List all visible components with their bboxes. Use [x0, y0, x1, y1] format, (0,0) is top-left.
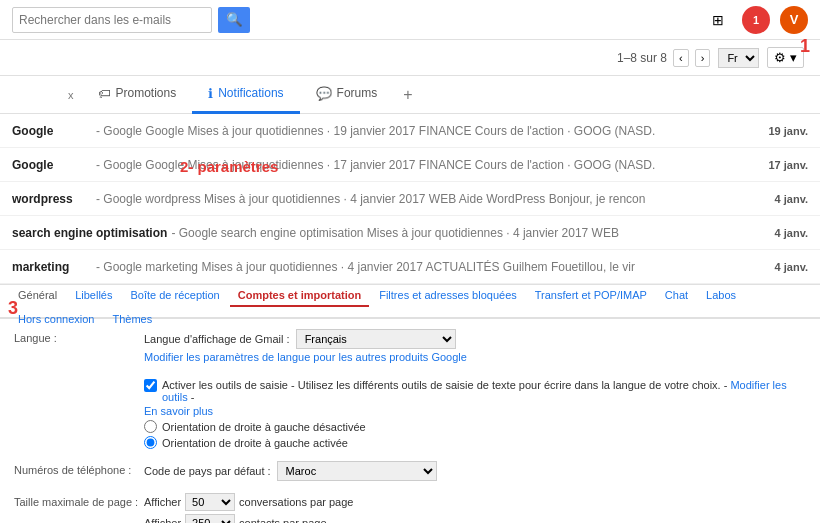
toolbar: 1–8 sur 8 ‹ › Fr ⚙ ▾ — [0, 40, 820, 76]
radio-activee-input[interactable] — [144, 436, 157, 449]
phone-select-label: Code de pays par défaut : — [144, 465, 271, 477]
email-subject: - Google search engine optimisation Mise… — [171, 226, 758, 240]
radio-desactivee-label: Orientation de droite à gauche désactivé… — [162, 421, 366, 433]
radio-activee: Orientation de droite à gauche activée — [144, 436, 806, 449]
settings-tab-boîte-de-réception[interactable]: Boîte de réception — [122, 285, 227, 307]
settings-row-langue: Langue : Langue d'affichage de Gmail : F… — [14, 329, 806, 363]
tabs-row: x 🏷 Promotions ℹ Notifications 💬 Forums … — [0, 76, 820, 114]
contacts-prefix: Afficher — [144, 517, 181, 523]
settings-row-pagesize: Taille maximale de page : Afficher 50 25… — [14, 493, 806, 523]
en-savoir-link[interactable]: En savoir plus — [144, 405, 806, 417]
settings-section: GénéralLibellésBoîte de réceptionComptes… — [0, 285, 820, 523]
settings-tab-chat[interactable]: Chat — [657, 285, 696, 307]
forums-icon: 💬 — [316, 86, 332, 101]
langue-select[interactable]: Français — [296, 329, 456, 349]
tab-notifications[interactable]: ℹ Notifications — [192, 76, 299, 114]
notifications-label: Notifications — [218, 86, 283, 100]
settings-tab-hors-connexion[interactable]: Hors connexion — [10, 309, 102, 331]
contacts-suffix: contacts par page — [239, 517, 326, 523]
langue-value: Langue d'affichage de Gmail : Français M… — [144, 329, 806, 363]
modifier-outils-link[interactable]: Modifier les outils — [162, 379, 787, 403]
email-date: 4 janv. — [758, 261, 808, 273]
saisie-checkbox[interactable] — [144, 379, 157, 392]
settings-tabs: GénéralLibellésBoîte de réceptionComptes… — [0, 285, 820, 319]
tab-forums[interactable]: 💬 Forums — [300, 76, 394, 114]
email-row[interactable]: search engine optimisation - Google sear… — [0, 216, 820, 250]
langue-label: Langue : — [14, 329, 144, 344]
settings-gear-button[interactable]: ⚙ ▾ — [767, 47, 804, 68]
tab-promotions[interactable]: 🏷 Promotions — [82, 76, 193, 114]
add-tab-button[interactable]: + — [397, 86, 418, 104]
conv-prefix: Afficher — [144, 496, 181, 508]
promotions-icon: 🏷 — [98, 86, 111, 101]
page-info: 1–8 sur 8 — [617, 51, 667, 65]
notifications-icon: ℹ — [208, 86, 213, 101]
promotions-label: Promotions — [116, 86, 177, 100]
search-icon: 🔍 — [226, 12, 243, 27]
conv-suffix: conversations par page — [239, 496, 353, 508]
next-page-button[interactable]: › — [695, 49, 711, 67]
email-sender: Google — [12, 158, 92, 172]
annotation-1: 1 — [800, 36, 810, 57]
saisie-value: Activer les outils de saisie - Utilisez … — [144, 375, 806, 449]
settings-tab-filtres-et-adresses-bloquées[interactable]: Filtres et adresses bloquées — [371, 285, 525, 307]
conv-count-select[interactable]: 50 25 100 — [185, 493, 235, 511]
pagesize-value: Afficher 50 25 100 conversations par pag… — [144, 493, 806, 523]
email-date: 17 janv. — [758, 159, 808, 171]
email-date: 4 janv. — [758, 193, 808, 205]
settings-row-saisie: Activer les outils de saisie - Utilisez … — [14, 375, 806, 449]
radio-desactivee: Orientation de droite à gauche désactivé… — [144, 420, 806, 433]
email-sender: Google — [12, 124, 92, 138]
email-subject: - Google marketing Mises à jour quotidie… — [96, 260, 758, 274]
email-list: Google - Google Google Mises à jour quot… — [0, 114, 820, 285]
langue-link[interactable]: Modifier les paramètres de langue pour l… — [144, 351, 806, 363]
radio-desactivee-input[interactable] — [144, 420, 157, 433]
settings-tab-libellés[interactable]: Libellés — [67, 285, 120, 307]
settings-tab-labos[interactable]: Labos — [698, 285, 744, 307]
pagesize-label: Taille maximale de page : — [14, 493, 144, 508]
search-input[interactable] — [12, 7, 212, 33]
saisie-checkbox-row: Activer les outils de saisie - Utilisez … — [144, 379, 806, 403]
avatar[interactable]: V — [780, 6, 808, 34]
phone-select[interactable]: Maroc — [277, 461, 437, 481]
contacts-count-select[interactable]: 250 50 100 — [185, 514, 235, 523]
email-date: 19 janv. — [758, 125, 808, 137]
email-sender: wordpress — [12, 192, 92, 206]
forums-label: Forums — [337, 86, 378, 100]
email-sender: search engine optimisation — [12, 226, 167, 240]
email-sender: marketing — [12, 260, 92, 274]
email-date: 4 janv. — [758, 227, 808, 239]
email-subject: - Google Google Mises à jour quotidienne… — [96, 124, 758, 138]
email-subject: - Google wordpress Mises à jour quotidie… — [96, 192, 758, 206]
phone-label: Numéros de téléphone : — [14, 461, 144, 476]
settings-tab-transfert-et-pop/imap[interactable]: Transfert et POP/IMAP — [527, 285, 655, 307]
language-select[interactable]: Fr — [718, 48, 759, 68]
grid-icon[interactable]: ⊞ — [704, 6, 732, 34]
radio-activee-label: Orientation de droite à gauche activée — [162, 437, 348, 449]
saisie-text: Activer les outils de saisie - Utilisez … — [162, 379, 806, 403]
tab-close[interactable]: x — [60, 89, 82, 101]
page-navigation: 1–8 sur 8 ‹ › — [617, 49, 710, 67]
phone-value: Code de pays par défaut : Maroc — [144, 461, 806, 481]
email-subject: - Google Google Mises à jour quotidienne… — [96, 158, 758, 172]
langue-select-label: Langue d'affichage de Gmail : — [144, 333, 290, 345]
settings-tab-comptes-et-importation[interactable]: Comptes et importation — [230, 285, 369, 307]
settings-tab-thèmes[interactable]: Thèmes — [104, 309, 160, 331]
search-button[interactable]: 🔍 — [218, 7, 250, 33]
email-row[interactable]: Google - Google Google Mises à jour quot… — [0, 114, 820, 148]
search-area: 🔍 — [12, 7, 250, 33]
settings-row-phone: Numéros de téléphone : Code de pays par … — [14, 461, 806, 481]
notification-badge[interactable]: 1 — [742, 6, 770, 34]
settings-tab-général[interactable]: Général — [10, 285, 65, 307]
email-row[interactable]: Google - Google Google Mises à jour quot… — [0, 148, 820, 182]
settings-content: Langue : Langue d'affichage de Gmail : F… — [0, 319, 820, 523]
top-bar: 🔍 ⊞ 1 V — [0, 0, 820, 40]
top-right: ⊞ 1 V — [704, 6, 808, 34]
saisie-label — [14, 375, 144, 378]
email-row[interactable]: wordpress - Google wordpress Mises à jou… — [0, 182, 820, 216]
email-row[interactable]: marketing - Google marketing Mises à jou… — [0, 250, 820, 284]
prev-page-button[interactable]: ‹ — [673, 49, 689, 67]
